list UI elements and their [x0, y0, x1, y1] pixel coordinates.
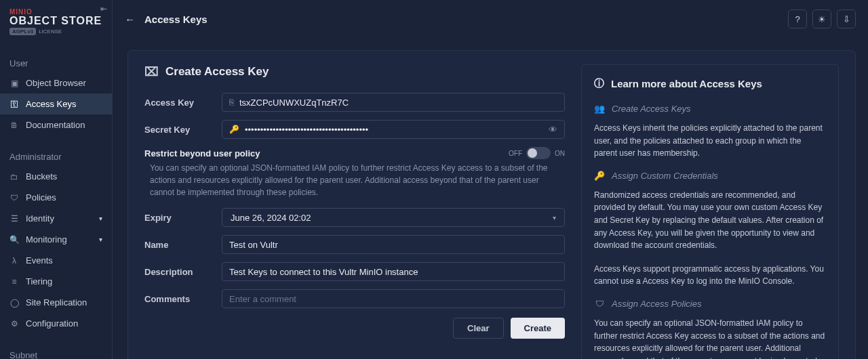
description-label: Description [144, 267, 222, 277]
doc-icon: 🗎 [9, 121, 19, 130]
nav-section-subnet: Subnet [0, 342, 112, 359]
back-button[interactable]: ← [125, 14, 135, 25]
learn-section-create: 👥Create Access Keys [594, 104, 826, 114]
help-icon: ? [795, 14, 800, 24]
secret-key-input[interactable] [245, 125, 549, 135]
access-key-input[interactable] [239, 98, 557, 108]
id-icon: ☰ [9, 214, 19, 224]
access-key-icon: ⌧ [144, 64, 159, 79]
access-key-label: Access Key [144, 98, 222, 108]
lambda-icon: λ [9, 256, 19, 266]
comments-label: Comments [144, 294, 222, 304]
nav-section-user: User [0, 50, 112, 72]
learn-section-policies: 🛡Assign Access Policies [594, 299, 826, 309]
key-icon: 🔑 [594, 171, 605, 181]
learn-section-credentials: 🔑Assign Custom Credentials [594, 171, 826, 181]
chevron-down-icon: ▾ [99, 215, 102, 222]
restrict-description: You can specify an optional JSON-formatt… [144, 162, 565, 198]
page-title: ⌧ Create Access Key [144, 64, 565, 79]
sidebar-item-events[interactable]: λEvents [0, 250, 112, 271]
theme-toggle-button[interactable]: ☀ [812, 9, 831, 28]
sidebar-item-site-replication[interactable]: ◯Site Replication [0, 292, 112, 313]
sidebar-item-object-browser[interactable]: ▣Object Browser [0, 72, 112, 93]
nav-section-admin: Administrator [0, 144, 112, 166]
toggle-off-label: OFF [509, 150, 522, 157]
learn-body: Access Keys support programmatic access … [594, 263, 826, 288]
name-label: Name [144, 240, 222, 250]
sidebar-item-monitoring[interactable]: 🔍Monitoring▾ [0, 229, 112, 250]
clipboard-icon[interactable]: ⎘ [229, 98, 234, 107]
chevron-down-icon: ▾ [553, 214, 556, 221]
name-input[interactable] [229, 240, 557, 250]
sidebar-item-buckets[interactable]: 🗀Buckets [0, 166, 112, 187]
download-button[interactable]: ⇩ [837, 9, 856, 28]
layers-icon: ≡ [9, 277, 19, 287]
logo: MINIO OBJECT STORE AGPLv3LICENSE [0, 5, 112, 42]
key-icon: ⚿ [9, 100, 19, 109]
shield-icon: 🛡 [594, 299, 605, 309]
sidebar-item-documentation[interactable]: 🗎Documentation [0, 114, 112, 135]
sidebar-item-tiering[interactable]: ≡Tiering [0, 271, 112, 292]
toggle-on-label: ON [555, 150, 565, 157]
expiry-select[interactable]: June 26, 2024 02:02 ▾ [222, 208, 565, 227]
sidebar-item-identity[interactable]: ☰Identity▾ [0, 208, 112, 229]
sidebar-item-configuration[interactable]: ⚙Configuration [0, 313, 112, 334]
gear-icon: ⚙ [9, 319, 19, 329]
sidebar-item-policies[interactable]: 🛡Policies [0, 187, 112, 208]
shield-icon: 🛡 [9, 193, 19, 203]
eye-icon[interactable]: 👁 [549, 125, 557, 135]
sidebar-collapse-icon[interactable]: ⇤ [100, 4, 107, 14]
globe-icon: ◯ [9, 298, 19, 308]
comments-input[interactable] [229, 294, 557, 304]
description-input[interactable] [229, 267, 557, 277]
breadcrumb: Access Keys [144, 14, 208, 25]
learn-body: Randomized access credentials are recomm… [594, 189, 826, 252]
help-button[interactable]: ? [788, 9, 807, 28]
restrict-title: Restrict beyond user policy [144, 148, 260, 159]
learn-more-title: ⓘ Learn more about Access Keys [594, 77, 826, 90]
create-button[interactable]: Create [511, 318, 565, 339]
sun-icon: ☀ [818, 14, 826, 24]
key-icon[interactable]: 🔑 [229, 125, 239, 134]
chevron-down-icon: ▾ [99, 236, 102, 243]
expiry-label: Expiry [144, 213, 222, 223]
download-icon: ⇩ [843, 14, 850, 24]
info-icon: ⓘ [594, 77, 604, 90]
sidebar-item-access-keys[interactable]: ⚿Access Keys [0, 93, 112, 114]
search-icon: 🔍 [9, 235, 19, 245]
secret-key-label: Secret Key [144, 125, 222, 135]
bucket-icon: 🗀 [9, 172, 19, 182]
learn-body: Access Keys inherit the policies explici… [594, 122, 826, 160]
folder-icon: ▣ [9, 79, 19, 88]
restrict-toggle[interactable] [526, 147, 551, 159]
clear-button[interactable]: Clear [453, 318, 504, 339]
users-icon: 👥 [594, 104, 605, 114]
learn-body: You can specify an optional JSON-formatt… [594, 317, 826, 359]
